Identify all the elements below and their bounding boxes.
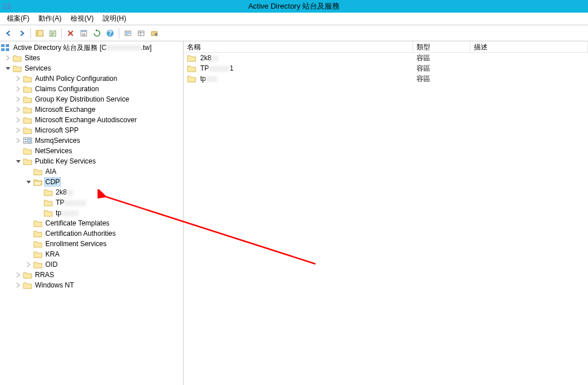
menu-file[interactable]: 檔案(F) [2,13,34,25]
tree-label: RRAS [34,271,55,279]
tree-item-pks[interactable]: Public Key Services [0,156,183,166]
list-cell-type: 容區 [413,74,470,84]
tree-item-gkds[interactable]: Group Key Distribution Service [0,94,183,104]
tree-item-oid[interactable]: OID [0,259,183,270]
list-row[interactable]: tp容區 [184,73,588,84]
tree-item-netsvc[interactable]: NetServices [0,146,183,156]
list-cell-type: 容區 [413,53,470,63]
forward-button[interactable] [15,27,28,40]
folder-icon [187,64,196,72]
list-cell-name: tp [184,75,413,83]
tree-label: Certification Authorities [44,230,117,238]
tree-label: Windows NT [34,281,75,289]
main-content: Active Directory 站台及服務 [C.tw] Sites Serv… [0,41,588,385]
tree-item-rras[interactable]: RRAS [0,270,183,280]
tree-root[interactable]: Active Directory 站台及服務 [C.tw] [0,42,183,53]
tree-label: Public Key Services [34,157,97,165]
toolbar-separator [61,28,62,38]
svg-point-23 [155,33,158,36]
expander-collapsed-icon[interactable] [25,261,32,268]
properties-button[interactable] [77,27,90,40]
toolbar: ? [0,25,588,41]
folder-icon [33,260,42,269]
list-pane: 名稱 類型 描述 2k8容區TP1容區tp容區 [184,41,588,385]
expander-expanded-icon[interactable] [25,178,32,185]
detail-view-button[interactable] [135,27,147,40]
tree-item-services[interactable]: Services [0,63,183,73]
tree-item-msexauto[interactable]: Microsoft Exchange Autodiscover [0,115,183,125]
expander-collapsed-icon[interactable] [15,96,22,103]
tree-item-cdp-child[interactable]: TP [0,197,183,208]
folder-open-icon [33,178,42,186]
folder-icon [13,64,22,72]
column-header-desc[interactable]: 描述 [470,41,588,52]
svg-rect-29 [25,139,26,140]
tree-item-enroll[interactable]: Enrollment Services [0,239,183,249]
svg-rect-0 [3,3,6,6]
expander-collapsed-icon[interactable] [15,116,22,123]
tree-pane[interactable]: Active Directory 站台及服務 [C.tw] Sites Serv… [0,41,184,385]
tree-label: Claims Configuration [34,85,100,93]
expander-collapsed-icon[interactable] [15,137,22,144]
tree-item-cdp[interactable]: CDP [0,177,183,187]
column-header-type[interactable]: 類型 [413,41,470,52]
list-row[interactable]: TP1容區 [184,63,588,73]
folder-icon [23,85,32,93]
tree-label: AuthN Policy Configuration [34,75,118,83]
tree-item-authn[interactable]: AuthN Policy Configuration [0,73,183,84]
tree-item-kra[interactable]: KRA [0,249,183,259]
column-header-name[interactable]: 名稱 [184,41,413,52]
tree-label-selected: CDP [44,177,61,186]
tree-item-winnt[interactable]: Windows NT [0,280,183,290]
folder-icon [23,106,32,114]
help-button[interactable]: ? [104,27,116,40]
expander-collapsed-icon[interactable] [5,55,11,61]
tree-label: Microsoft Exchange Autodiscover [34,116,138,124]
list-row[interactable]: 2k8容區 [184,53,588,63]
expander-collapsed-icon[interactable] [15,127,22,134]
tree-item-claims[interactable]: Claims Configuration [0,84,183,94]
svg-rect-24 [1,44,5,47]
expander-collapsed-icon[interactable] [15,75,22,82]
tree-item-cdp-child[interactable]: tp [0,208,183,218]
tree-item-certtpl[interactable]: Certificate Templates [0,218,183,228]
expander-collapsed-icon[interactable] [15,282,22,289]
tree-label: tp [54,209,80,217]
folder-icon [23,95,32,103]
folder-icon [23,116,32,124]
expander-expanded-icon[interactable] [15,158,22,165]
tree-item-aia[interactable]: AIA [0,166,183,177]
tree-item-msex[interactable]: Microsoft Exchange [0,104,183,115]
window-title: Active Directory 站台及服務 [248,1,340,11]
expander-expanded-icon[interactable] [5,65,11,72]
folder-icon [23,126,32,134]
folder-icon [33,250,42,258]
tree-item-cdp-child[interactable]: 2k8 [0,187,183,197]
tree-label: Certificate Templates [44,219,111,227]
filter-button[interactable] [122,27,134,40]
tree-item-msmq[interactable]: MsmqServices [0,135,183,146]
tree-item-sites[interactable]: Sites [0,53,183,63]
menu-help[interactable]: 說明(H) [98,13,131,25]
list-cell-type: 容區 [413,64,470,73]
list-body[interactable]: 2k8容區TP1容區tp容區 [184,53,588,385]
folder-icon [23,75,32,83]
show-hide-tree-button[interactable] [33,27,46,40]
tree-item-msspp[interactable]: Microsoft SPP [0,125,183,135]
expander-collapsed-icon[interactable] [15,85,22,92]
tree-item-certauth[interactable]: Certification Authorities [0,228,183,239]
folder-icon [33,168,42,176]
back-button[interactable] [2,27,15,40]
menu-view[interactable]: 檢視(V) [66,13,98,25]
list-cell-name: 2k8 [184,54,413,62]
configure-button[interactable] [148,27,161,40]
menu-action[interactable]: 動作(A) [34,13,66,25]
expander-collapsed-icon[interactable] [15,106,22,113]
tree-label: Group Key Distribution Service [34,95,130,103]
svg-rect-1 [7,3,11,6]
delete-button[interactable] [64,27,77,40]
expander-collapsed-icon[interactable] [15,271,22,278]
tree-label: KRA [44,250,61,258]
export-list-button[interactable] [46,27,59,40]
refresh-button[interactable] [91,27,103,40]
